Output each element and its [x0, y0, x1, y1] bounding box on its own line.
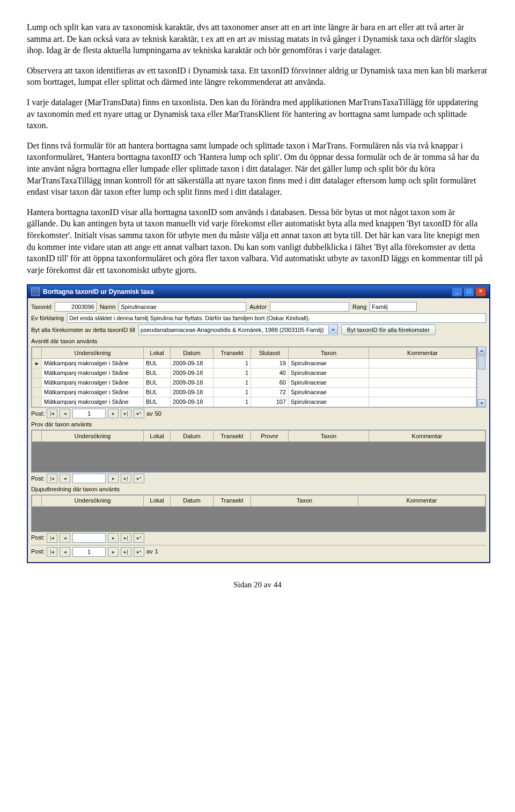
- byt-alla-label: Byt alla förekomster av detta taxonID ti…: [31, 326, 135, 334]
- avsnitt-grid[interactable]: Undersökning Lokal Datum Transekt Slutav…: [31, 346, 477, 408]
- avsnitt-header-row: Undersökning Lokal Datum Transekt Slutav…: [32, 348, 476, 359]
- namn-label: Namn: [100, 303, 115, 311]
- prov-record-nav: Post: |◂ ◂ ▸ ▸| ▸*: [31, 474, 486, 483]
- namn-field[interactable]: Spirulinaceae: [119, 302, 246, 312]
- paragraph-2: Observera att taxon identifieras av ett …: [27, 65, 488, 88]
- djup-grid[interactable]: Undersökning Lokal Datum Transekt Taxon …: [31, 494, 486, 532]
- auktor-label: Auktor: [249, 303, 267, 311]
- col-slutavst[interactable]: Slutavst: [251, 348, 289, 359]
- outer-record-nav: Post: |◂ ◂ 1 ▸ ▸| ▸* av 1: [31, 545, 486, 557]
- vertical-scrollbar[interactable]: [477, 346, 486, 408]
- taxonid-label: Taxonid: [31, 303, 52, 311]
- forklaring-field[interactable]: Det enda släktet i denna familj Spirulin…: [67, 313, 486, 323]
- col-lokal[interactable]: Lokal: [144, 348, 171, 359]
- nav-last-button[interactable]: ▸|: [121, 474, 131, 483]
- paragraph-1: Lump och split kan vara av taxonomisk ka…: [27, 21, 488, 56]
- paragraph-3: I varje datalager (MarTransData) finns e…: [27, 97, 488, 131]
- prov-empty-area: [32, 442, 485, 472]
- nav-first-button[interactable]: |◂: [47, 409, 57, 418]
- rang-field[interactable]: Familj: [370, 302, 417, 312]
- app-icon: [31, 287, 40, 296]
- nav-last-button[interactable]: ▸|: [121, 409, 131, 418]
- nav-new-button[interactable]: ▸*: [134, 547, 144, 557]
- nav-position[interactable]: 1: [72, 547, 106, 557]
- nav-total: 1: [155, 548, 158, 556]
- table-row[interactable]: ▸Mätkampanj makroalger i SkåneBUL2009-09…: [32, 359, 476, 368]
- nav-next-button[interactable]: ▸: [108, 547, 119, 557]
- djup-empty-area: [32, 507, 485, 532]
- nav-position[interactable]: [72, 533, 106, 543]
- col-transekt[interactable]: Transekt: [214, 348, 251, 359]
- nav-first-button[interactable]: |◂: [47, 533, 57, 543]
- col-datum[interactable]: Datum: [171, 348, 214, 359]
- nav-new-button[interactable]: ▸*: [134, 474, 144, 483]
- col-undersokning[interactable]: Undersökning: [42, 348, 144, 359]
- chevron-down-icon[interactable]: [328, 326, 337, 334]
- av-label: av: [146, 410, 153, 418]
- auktor-field[interactable]: [270, 302, 349, 312]
- post-label: Post:: [31, 475, 45, 483]
- scroll-thumb[interactable]: [478, 356, 485, 370]
- combo-text: pseudanabaenaceae Anagnostidis & Komárek…: [139, 326, 328, 334]
- nav-first-button[interactable]: |◂: [47, 547, 57, 557]
- prov-section-label: Prov där taxon använts: [31, 420, 486, 429]
- nav-last-button[interactable]: ▸|: [121, 533, 131, 543]
- nav-next-button[interactable]: ▸: [108, 533, 119, 543]
- nav-prev-button[interactable]: ◂: [60, 547, 70, 557]
- nav-first-button[interactable]: |◂: [47, 474, 57, 483]
- rang-label: Rang: [352, 303, 366, 311]
- table-row[interactable]: Mätkampanj makroalger i SkåneBUL2009-09-…: [32, 397, 476, 407]
- djup-record-nav: Post: |◂ ◂ ▸ ▸| ▸*: [31, 533, 486, 543]
- titlebar[interactable]: Borttagna taxonID ur Dynamisk taxa _ □ ×: [28, 285, 489, 298]
- post-label: Post:: [31, 410, 45, 418]
- close-button[interactable]: ×: [475, 287, 486, 297]
- djup-header-row: Undersökning Lokal Datum Transekt Taxon …: [32, 495, 485, 506]
- djup-section-label: Djuputbredning där taxon använts: [31, 485, 486, 493]
- scroll-down-icon[interactable]: [477, 399, 486, 408]
- av-label: av: [146, 548, 153, 556]
- nav-prev-button[interactable]: ◂: [60, 409, 70, 418]
- paragraph-5: Hantera borttagna taxonID visar alla bor…: [27, 206, 488, 276]
- post-label: Post:: [31, 548, 45, 556]
- dialog-window: Borttagna taxonID ur Dynamisk taxa _ □ ×…: [27, 284, 490, 563]
- col-kommentar[interactable]: Kommentar: [369, 348, 476, 359]
- table-row[interactable]: Mätkampanj makroalger i SkåneBUL2009-09-…: [32, 388, 476, 397]
- nav-prev-button[interactable]: ◂: [60, 533, 70, 543]
- taxonid-field[interactable]: 2003096: [55, 302, 97, 312]
- nav-last-button[interactable]: ▸|: [121, 547, 131, 557]
- page-number: Sidan 20 av 44: [27, 579, 488, 590]
- nav-next-button[interactable]: ▸: [108, 409, 119, 418]
- prov-grid[interactable]: Undersökning Lokal Datum Transekt Provnr…: [31, 430, 486, 473]
- nav-prev-button[interactable]: ◂: [60, 474, 70, 483]
- nav-position[interactable]: [72, 474, 106, 483]
- nav-new-button[interactable]: ▸*: [134, 409, 144, 418]
- scroll-up-icon[interactable]: [477, 346, 486, 355]
- nav-position[interactable]: 1: [72, 409, 106, 418]
- post-label: Post:: [31, 534, 45, 542]
- maximize-button[interactable]: □: [464, 287, 474, 297]
- prov-header-row: Undersökning Lokal Datum Transekt Provnr…: [32, 430, 485, 441]
- avsnitt-section-label: Avsnitt där taxon använts: [31, 337, 486, 345]
- replace-combo[interactable]: pseudanabaenaceae Anagnostidis & Komárek…: [138, 324, 338, 335]
- col-taxon[interactable]: Taxon: [289, 348, 369, 359]
- nav-new-button[interactable]: ▸*: [134, 533, 144, 543]
- nav-total: 50: [155, 410, 161, 418]
- avsnitt-record-nav: Post: |◂ ◂ 1 ▸ ▸| ▸* av 50: [31, 409, 486, 418]
- table-row[interactable]: Mätkampanj makroalger i SkåneBUL2009-09-…: [32, 378, 476, 388]
- window-title: Borttagna taxonID ur Dynamisk taxa: [43, 287, 154, 296]
- nav-next-button[interactable]: ▸: [108, 474, 119, 483]
- byt-taxonid-button[interactable]: Byt taxonID för alla förekomster: [341, 324, 436, 335]
- minimize-button[interactable]: _: [452, 287, 462, 297]
- table-row[interactable]: Mätkampanj makroalger i SkåneBUL2009-09-…: [32, 368, 476, 378]
- forklaring-label: Ev förklaring: [31, 314, 64, 322]
- paragraph-4: Det finns två formulär för att hantera b…: [27, 140, 488, 198]
